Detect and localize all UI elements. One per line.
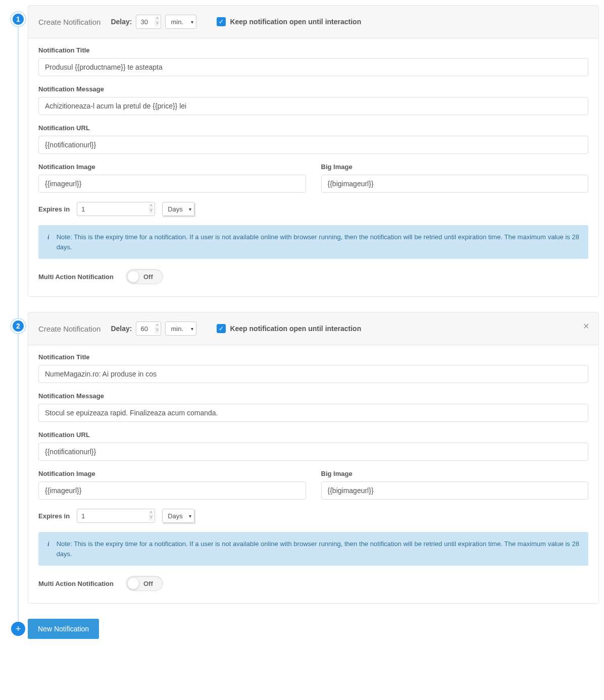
keep-open-checkbox[interactable]: ✓: [217, 17, 226, 26]
title-label: Notification Title: [38, 353, 588, 361]
card-title: Create Notification: [38, 18, 100, 26]
multi-action-label: Multi Action Notification: [38, 273, 114, 281]
add-step-button[interactable]: +: [11, 622, 25, 636]
expires-label: Expires in: [38, 512, 70, 520]
bigimage-label: Big Image: [321, 163, 589, 171]
expires-value-input[interactable]: [77, 202, 155, 216]
toggle-state: Off: [143, 580, 153, 587]
delay-value-input[interactable]: [136, 321, 161, 336]
delay-unit-select[interactable]: min.: [165, 321, 196, 336]
notification-card: Create Notification Delay: ▲▼ min. ✓ Kee…: [28, 312, 599, 604]
note-text: Note: This is the expiry time for a noti…: [57, 539, 579, 559]
notification-image-input[interactable]: [38, 481, 306, 500]
step-badge: 1: [11, 12, 25, 26]
expires-unit-select[interactable]: Days: [162, 509, 194, 523]
notification-title-input[interactable]: [38, 58, 588, 76]
url-label: Notification URL: [38, 124, 588, 132]
delay-value-input[interactable]: [136, 15, 161, 29]
multi-action-toggle[interactable]: Off: [126, 576, 163, 591]
notification-url-input[interactable]: [38, 136, 588, 154]
keep-open-label: Keep notification open until interaction: [230, 18, 361, 26]
new-notification-button[interactable]: New Notification: [28, 619, 99, 639]
delay-label: Delay:: [111, 325, 132, 333]
notification-title-input[interactable]: [38, 365, 588, 383]
notification-image-input[interactable]: [38, 175, 306, 193]
close-icon[interactable]: ✕: [583, 321, 589, 331]
expiry-note: i Note: This is the expiry time for a no…: [38, 225, 588, 259]
message-label: Notification Message: [38, 392, 588, 400]
multi-action-toggle[interactable]: Off: [126, 269, 163, 284]
card-header: Create Notification Delay: ▲▼ min. ✓ Kee…: [28, 312, 598, 345]
expires-value-input[interactable]: [77, 509, 155, 523]
big-image-input[interactable]: [321, 175, 589, 193]
image-label: Notification Image: [38, 163, 306, 171]
image-label: Notification Image: [38, 470, 306, 477]
message-label: Notification Message: [38, 85, 588, 93]
multi-action-label: Multi Action Notification: [38, 580, 114, 587]
big-image-input[interactable]: [321, 481, 589, 500]
toggle-state: Off: [143, 273, 153, 281]
expires-label: Expires in: [38, 205, 70, 213]
delay-label: Delay:: [111, 18, 132, 26]
expires-unit-select[interactable]: Days: [162, 202, 194, 216]
title-label: Notification Title: [38, 46, 588, 54]
notification-message-input[interactable]: [38, 97, 588, 115]
url-label: Notification URL: [38, 431, 588, 439]
card-title: Create Notification: [38, 325, 100, 333]
delay-unit-select[interactable]: min.: [165, 15, 196, 29]
note-text: Note: This is the expiry time for a noti…: [57, 232, 579, 252]
expiry-note: i Note: This is the expiry time for a no…: [38, 532, 588, 566]
info-icon: i: [47, 539, 49, 559]
step-badge: 2: [11, 319, 25, 333]
bigimage-label: Big Image: [321, 470, 589, 477]
info-icon: i: [47, 232, 49, 252]
keep-open-label: Keep notification open until interaction: [230, 325, 361, 333]
notification-message-input[interactable]: [38, 404, 588, 422]
notification-url-input[interactable]: [38, 443, 588, 461]
card-header: Create Notification Delay: ▲▼ min. ✓ Kee…: [28, 6, 598, 38]
notification-card: Create Notification Delay: ▲▼ min. ✓ Kee…: [28, 5, 599, 297]
keep-open-checkbox[interactable]: ✓: [217, 324, 226, 333]
